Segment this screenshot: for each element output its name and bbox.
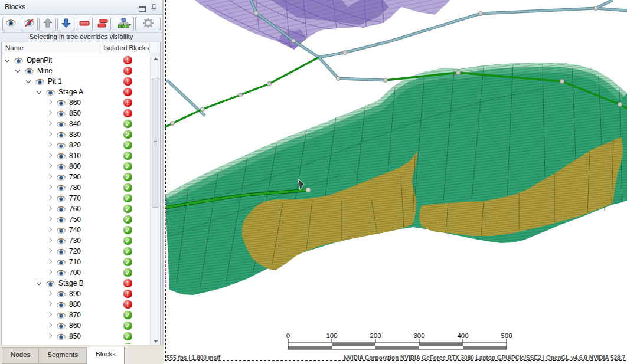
visibility-eye-icon[interactable] [56,248,66,257]
visibility-eye-icon[interactable] [56,120,66,130]
chevron-right-icon[interactable] [47,248,52,253]
visibility-eye-icon[interactable] [56,131,66,140]
visibility-eye-icon[interactable] [35,78,45,87]
scroll-up-icon[interactable] [151,54,161,64]
column-name[interactable]: Name [5,44,24,51]
scroll-down-icon[interactable] [151,336,161,345]
chevron-right-icon[interactable] [47,153,52,158]
pin-icon[interactable] [151,4,157,14]
visibility-eye-icon[interactable] [56,269,66,278]
chevron-right-icon[interactable] [47,333,52,338]
tree-row-800[interactable]: 800✓ [2,161,150,172]
chevron-right-icon[interactable] [47,100,52,104]
visibility-eye-icon[interactable] [56,333,66,342]
tree-row-820[interactable]: 820✓ [2,140,150,150]
chevron-down-icon[interactable] [26,78,31,83]
tree-row-730[interactable]: 730✓ [2,235,150,246]
visibility-eye-icon[interactable] [56,216,66,225]
hierarchy-button[interactable] [113,17,134,31]
chevron-right-icon[interactable] [47,301,52,306]
tree-row-710[interactable]: 710✓ [2,257,150,267]
chevron-right-icon[interactable] [47,312,52,317]
chevron-right-icon[interactable] [47,259,52,264]
chevron-down-icon[interactable] [5,57,9,62]
visibility-eye-icon[interactable] [45,88,55,98]
tree-row-860[interactable]: 860✓ [2,320,150,331]
visibility-eye-icon[interactable] [56,343,66,345]
visibility-eye-icon[interactable] [56,142,66,151]
remove-all-button[interactable] [94,17,111,31]
tree-row-stage-a[interactable]: Stage A! [2,87,150,97]
viewport-3d-canvas[interactable]: 0 100 200 300 400 500 555 fps | 1.800 ms… [165,0,627,364]
chevron-down-icon[interactable] [37,89,41,94]
chevron-down-icon[interactable] [37,280,41,285]
tree-row-840[interactable]: 840✓ [2,119,150,129]
visibility-eye-icon[interactable] [56,195,66,204]
purple-mesh-surface[interactable] [195,0,450,50]
tree-column-header[interactable]: Name Isolated Blocks [2,42,160,54]
float-window-icon[interactable] [139,4,146,14]
chevron-right-icon[interactable] [47,227,52,232]
tree-row-850[interactable]: 850✓ [2,331,150,342]
visibility-eye-icon[interactable] [56,227,66,236]
visibility-eye-icon[interactable] [56,163,66,172]
visibility-eye-icon[interactable] [45,280,55,289]
chevron-right-icon[interactable] [47,132,52,136]
tree-row-810[interactable]: 810✓ [2,150,150,161]
chevron-right-icon[interactable] [47,110,52,115]
tree-row-890[interactable]: 890! [2,288,150,299]
visibility-eye-icon[interactable] [56,99,66,109]
chevron-right-icon[interactable] [47,163,52,168]
tab-nodes[interactable]: Nodes [2,347,39,364]
tree-row-740[interactable]: 740✓ [2,225,150,235]
chevron-right-icon[interactable] [47,121,52,126]
tree-row-stage-b[interactable]: Stage B! [2,278,150,288]
chevron-right-icon[interactable] [47,217,52,221]
visibility-eye-icon[interactable] [56,173,66,183]
tree-row-720[interactable]: 720✓ [2,246,150,257]
tree-row-mine[interactable]: Mine! [2,65,150,76]
tree-row-830[interactable]: 830✓ [2,129,150,140]
chevron-down-icon[interactable] [15,68,20,73]
tree-row-openpit[interactable]: OpenPit! [2,55,150,65]
chevron-right-icon[interactable] [47,142,52,147]
show-button[interactable] [2,17,19,31]
chevron-right-icon[interactable] [47,270,52,274]
tab-segments[interactable]: Segments [39,347,87,364]
tree-row-850[interactable]: 850! [2,108,150,119]
tree-row-750[interactable]: 750✓ [2,214,150,225]
chevron-right-icon[interactable] [47,195,52,200]
visibility-eye-icon[interactable] [56,258,66,268]
visibility-eye-icon[interactable] [56,311,66,321]
tree-row-780[interactable]: 780✓ [2,182,150,193]
chevron-right-icon[interactable] [47,206,52,211]
tree-row-pit-1[interactable]: Pit 1! [2,76,150,87]
hide-button[interactable] [21,17,38,31]
visibility-eye-icon[interactable] [24,67,34,77]
column-isolated-blocks[interactable]: Isolated Blocks [103,44,149,51]
visibility-eye-icon[interactable] [56,110,66,119]
tree-row-760[interactable]: 760✓ [2,204,150,214]
move-down-button[interactable] [57,17,74,31]
tree-row-870[interactable]: 870✓ [2,310,150,320]
tree-row-790[interactable]: 790✓ [2,172,150,182]
move-up-button[interactable] [39,17,56,31]
tree-scrollbar[interactable] [150,54,160,345]
chevron-right-icon[interactable] [47,174,52,179]
chevron-right-icon[interactable] [47,185,52,189]
tree-row-860[interactable]: 860! [2,97,150,108]
tree-row-700[interactable]: 700✓ [2,267,150,278]
visibility-eye-icon[interactable] [56,301,66,310]
remove-button[interactable] [76,17,93,31]
chevron-right-icon[interactable] [47,238,52,242]
tab-blocks[interactable]: Blocks [87,347,125,364]
tree-row-880[interactable]: 880! [2,299,150,310]
chevron-right-icon[interactable] [47,323,52,327]
tree-row-840[interactable]: 840✓ [2,342,150,344]
visibility-eye-icon[interactable] [56,322,66,332]
scrollbar-thumb[interactable] [152,78,159,208]
settings-button[interactable] [135,17,161,31]
visibility-eye-icon[interactable] [56,237,66,247]
visibility-eye-icon[interactable] [56,152,66,162]
visibility-eye-icon[interactable] [56,205,66,215]
